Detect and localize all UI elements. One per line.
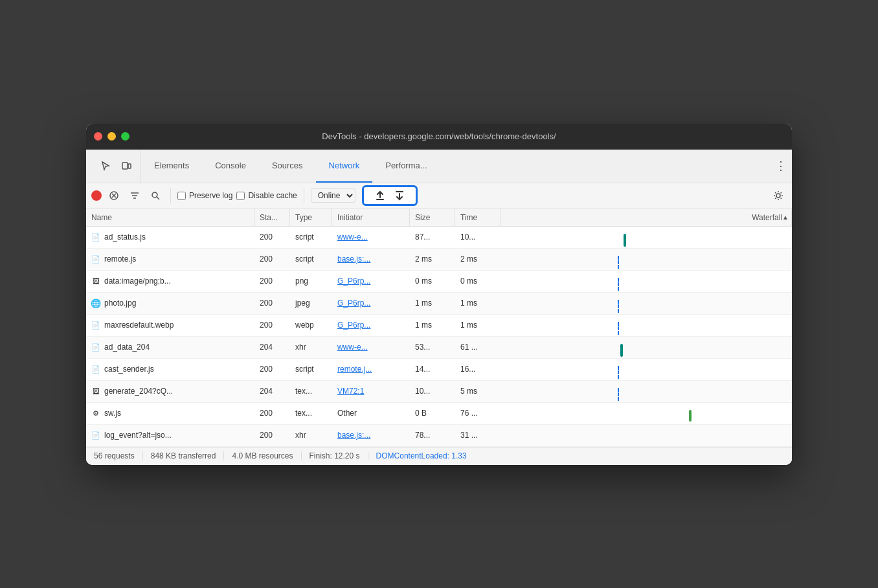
search-icon — [150, 190, 161, 201]
header-type[interactable]: Type — [290, 209, 332, 226]
table-row[interactable]: ⚙ sw.js 200 tex... Other 0 B 76 ... — [86, 403, 792, 425]
row-waterfall — [501, 358, 792, 380]
header-waterfall[interactable]: Waterfall ▲ — [501, 209, 792, 226]
titlebar: DevTools - developers.google.com/web/too… — [86, 124, 792, 150]
toolbar-separator-1 — [170, 188, 171, 203]
row-time: 5 ms — [455, 384, 501, 398]
table-header: Name Sta... Type Initiator Size Time Wat… — [86, 209, 792, 227]
disable-cache-checkbox[interactable]: Disable cache — [236, 191, 297, 200]
cursor-icon — [100, 161, 111, 171]
settings-button[interactable] — [770, 187, 787, 204]
row-waterfall — [501, 314, 792, 336]
file-icon: 🖼 — [91, 276, 100, 286]
header-waterfall-label: Waterfall — [752, 213, 782, 222]
table-row[interactable]: 📄 log_event?alt=jso... 200 xhr base.js:.… — [86, 425, 792, 447]
row-name: 📄 maxresdefault.webp — [86, 317, 254, 333]
row-waterfall — [501, 227, 792, 249]
more-tabs-button[interactable]: ⋮ — [770, 150, 792, 183]
row-size: 87... — [410, 230, 455, 244]
row-name: 📄 ad_data_204 — [86, 339, 254, 355]
row-name: ⚙ sw.js — [86, 405, 254, 421]
tab-console[interactable]: Console — [202, 150, 259, 183]
row-name: 📄 ad_status.js — [86, 229, 254, 245]
disable-cache-input[interactable] — [236, 192, 245, 200]
upload-button[interactable] — [374, 190, 386, 201]
row-size: 53... — [410, 340, 455, 354]
device-icon — [121, 161, 131, 171]
tab-sources[interactable]: Sources — [259, 150, 316, 183]
header-initiator[interactable]: Initiator — [332, 209, 410, 226]
row-waterfall — [501, 336, 792, 358]
tab-elements[interactable]: Elements — [141, 150, 202, 183]
file-icon: 📄 — [91, 254, 100, 264]
row-type: xhr — [290, 428, 332, 442]
gear-icon — [773, 190, 783, 201]
maximize-button[interactable] — [121, 132, 129, 141]
preserve-log-checkbox[interactable]: Preserve log — [177, 191, 232, 200]
clear-button[interactable] — [106, 187, 122, 204]
device-toolbar-button[interactable] — [117, 157, 135, 175]
tab-performance[interactable]: Performa... — [372, 150, 440, 183]
header-status[interactable]: Sta... — [254, 209, 290, 226]
download-button[interactable] — [394, 190, 405, 201]
dom-content-loaded: DOMContentLoaded: 1.33 — [368, 451, 475, 460]
row-status: 200 — [254, 230, 290, 244]
row-size: 1 ms — [410, 296, 455, 310]
row-initiator: G_P6rp... — [332, 296, 410, 310]
transferred-size: 848 KB transferred — [143, 451, 225, 460]
row-type: jpeg — [290, 296, 332, 310]
table-row[interactable]: 🖼 generate_204?cQ... 204 tex... VM72:1 1… — [86, 381, 792, 403]
table-row[interactable]: 🖼 data:image/png;b... 200 png G_P6rp... … — [86, 271, 792, 293]
row-waterfall — [501, 424, 792, 446]
tabs-container: Elements Console Sources Network Perform… — [141, 150, 440, 183]
file-icon: 📄 — [91, 430, 100, 440]
preserve-log-input[interactable] — [177, 192, 186, 200]
header-time[interactable]: Time — [455, 209, 501, 226]
row-status: 200 — [254, 428, 290, 442]
row-time: 16... — [455, 362, 501, 376]
table-row[interactable]: 📄 maxresdefault.webp 200 webp G_P6rp... … — [86, 315, 792, 337]
record-button[interactable] — [91, 190, 102, 201]
row-type: xhr — [290, 340, 332, 354]
table-row[interactable]: 📄 cast_sender.js 200 script remote.j... … — [86, 359, 792, 381]
row-waterfall — [501, 380, 792, 402]
download-icon — [394, 190, 405, 201]
row-time: 61 ... — [455, 340, 501, 354]
header-size[interactable]: Size — [410, 209, 455, 226]
table-row[interactable]: 📄 ad_data_204 204 xhr www-e... 53... 61 … — [86, 337, 792, 359]
row-status: 200 — [254, 274, 290, 288]
finish-time: Finish: 12.20 s — [302, 451, 368, 460]
close-button[interactable] — [94, 132, 102, 141]
row-time: 10... — [455, 230, 501, 244]
row-time: 2 ms — [455, 252, 501, 266]
file-icon: 📄 — [91, 320, 100, 330]
row-time: 76 ... — [455, 406, 501, 420]
minimize-button[interactable] — [107, 132, 116, 141]
table-row[interactable]: 📄 ad_status.js 200 script www-e... 87...… — [86, 227, 792, 249]
file-icon: ⚙ — [91, 408, 100, 418]
row-name: 🖼 generate_204?cQ... — [86, 383, 254, 399]
table-row[interactable]: 🌐 photo.jpg 200 jpeg G_P6rp... 1 ms 1 ms — [86, 293, 792, 315]
file-icon: 📄 — [91, 342, 100, 352]
table-row[interactable]: 📄 remote.js 200 script base.js:... 2 ms … — [86, 249, 792, 271]
header-name[interactable]: Name — [86, 209, 254, 226]
inspect-element-button[interactable] — [96, 157, 115, 175]
row-name: 📄 log_event?alt=jso... — [86, 427, 254, 443]
network-table: Name Sta... Type Initiator Size Time Wat… — [86, 209, 792, 447]
tab-network[interactable]: Network — [316, 150, 373, 183]
devtools-panel: Elements Console Sources Network Perform… — [86, 150, 792, 465]
throttle-select[interactable]: Online — [311, 188, 355, 203]
svg-line-6 — [157, 197, 159, 199]
filter-button[interactable] — [126, 187, 143, 204]
clear-icon — [109, 190, 119, 201]
row-initiator: base.js:... — [332, 252, 410, 266]
row-type: tex... — [290, 384, 332, 398]
filter-icon — [129, 190, 140, 201]
devtools-toolbar-icons — [91, 150, 141, 183]
upload-icon — [374, 190, 386, 201]
search-button[interactable] — [147, 187, 164, 204]
row-size: 0 ms — [410, 274, 455, 288]
row-initiator: G_P6rp... — [332, 274, 410, 288]
row-initiator: Other — [332, 406, 410, 420]
disable-cache-label: Disable cache — [248, 191, 297, 200]
